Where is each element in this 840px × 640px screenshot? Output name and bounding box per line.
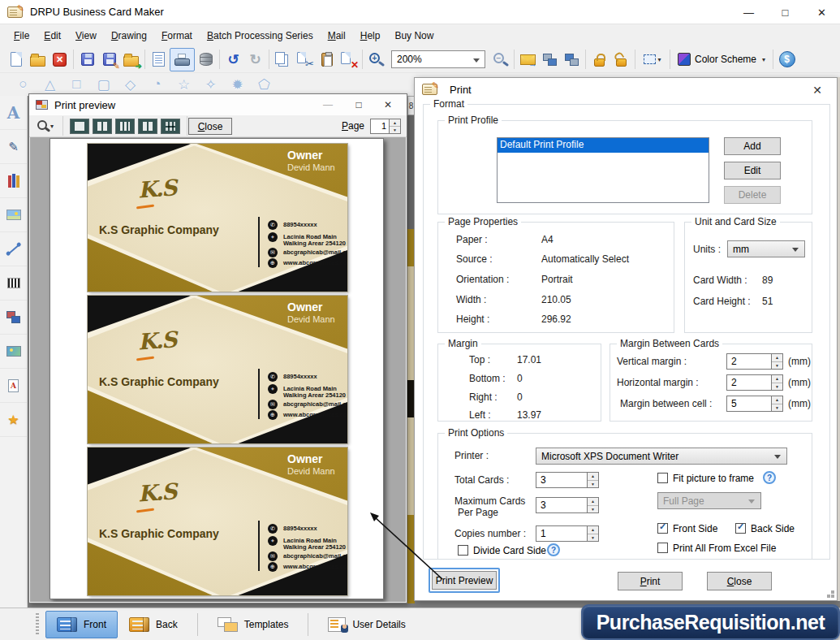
horizontal-margin-spinner[interactable]: 2▲▼ [726, 374, 783, 391]
printer-combo[interactable]: Microsoft XPS Document Writer [536, 448, 787, 465]
database-icon[interactable] [195, 49, 217, 71]
menu-view[interactable]: View [68, 27, 104, 45]
undo-icon[interactable]: ↺ [222, 49, 244, 71]
send-mail-icon[interactable] [517, 49, 539, 71]
margin-between-cell-spinner[interactable]: 5▲▼ [726, 396, 783, 412]
divide-card-side-checkbox[interactable]: Divide Card Side [458, 545, 546, 556]
menu-format[interactable]: Format [154, 27, 200, 45]
menu-batch-processing-series[interactable]: Batch Processing Series [200, 27, 321, 45]
export-file-icon[interactable]: ➔ [120, 49, 142, 71]
copies-number-spinner[interactable]: 1▲▼ [536, 525, 599, 542]
card-layers-icon[interactable] [0, 301, 27, 335]
cut-icon[interactable]: ✂ [294, 49, 316, 71]
barcode-tool-icon[interactable] [0, 266, 27, 301]
unlock-icon[interactable] [610, 49, 632, 71]
print-button[interactable]: Print [618, 572, 683, 590]
copy-icon[interactable] [272, 49, 294, 71]
menu-edit[interactable]: Edit [37, 27, 68, 45]
pie-shape-icon[interactable]: ◔ [144, 76, 170, 93]
front-side-checkbox[interactable]: Front Side [657, 523, 717, 534]
two-page-view-icon[interactable] [93, 119, 112, 134]
menu-buy-now[interactable]: Buy Now [387, 27, 441, 45]
square-shape-icon[interactable]: □ [63, 76, 90, 93]
delete-button[interactable]: Delete [724, 186, 781, 204]
preview-zoom-caret-icon[interactable]: ▾ [50, 123, 54, 130]
back-side-checkbox[interactable]: Back Side [735, 523, 795, 534]
page-number-spinner[interactable]: 1 ▲▼ [370, 119, 401, 134]
send-to-back-icon[interactable] [561, 49, 583, 71]
fit-picture-help-icon[interactable]: ? [763, 471, 776, 484]
diamond-shape-icon[interactable]: ◇ [117, 76, 144, 93]
close-button[interactable]: ✕ [803, 0, 840, 24]
preview-zoom-icon[interactable] [37, 120, 47, 130]
menu-help[interactable]: Help [353, 27, 388, 45]
print-all-from-excel-checkbox[interactable]: Print All From Excel File [657, 543, 776, 554]
save-as-icon[interactable]: ✎ [98, 49, 120, 71]
tab-user-details[interactable]: User Details [317, 611, 416, 638]
close-file-icon[interactable]: ✕ [49, 49, 71, 71]
edit-button[interactable]: Edit [724, 162, 781, 179]
print-icon[interactable] [170, 48, 195, 71]
minimize-button[interactable]: — [730, 0, 767, 24]
preview-close-toolbar-button[interactable]: Close [188, 118, 232, 135]
print-preview-button[interactable]: Print Preview [432, 571, 497, 590]
polygon-shape-icon[interactable]: ⬠ [251, 76, 278, 93]
zoom-out-icon[interactable]: − [489, 49, 511, 71]
paste-icon[interactable] [316, 49, 338, 71]
save-icon[interactable] [76, 49, 98, 71]
menu-drawing[interactable]: Drawing [104, 27, 154, 45]
rounded-square-shape-icon[interactable]: ▢ [90, 76, 117, 93]
tab-front[interactable]: Front [45, 611, 118, 638]
zoom-level-combo[interactable]: 200% [391, 50, 485, 68]
star-shape-icon[interactable]: ☆ [170, 76, 197, 93]
delete-icon[interactable]: ✕ [338, 49, 360, 71]
tab-back[interactable]: Back [118, 611, 189, 638]
print-profile-selected-item[interactable]: Default Print Profile [498, 138, 709, 153]
print-profile-listbox[interactable]: Default Print Profile [497, 137, 709, 203]
open-file-icon[interactable] [27, 49, 49, 71]
dialog-close-button[interactable]: Close [707, 572, 772, 590]
color-scheme-button[interactable]: Color Scheme▾ [673, 49, 770, 71]
text-tool-icon[interactable]: A [0, 96, 27, 130]
print-dialog-close-icon[interactable]: ✕ [808, 83, 827, 97]
preview-close-button[interactable]: ✕ [376, 97, 400, 113]
redo-icon[interactable]: ↻ [244, 49, 266, 71]
one-page-view-icon[interactable] [70, 119, 89, 134]
select-frame-icon[interactable]: ▾ [638, 49, 667, 71]
line-tool-icon[interactable] [0, 232, 27, 266]
text-note-icon[interactable] [148, 49, 170, 71]
background-image-icon[interactable] [0, 335, 27, 369]
lock-icon[interactable] [588, 49, 610, 71]
units-combo[interactable]: mm [727, 240, 805, 257]
divide-card-side-help-icon[interactable]: ? [547, 543, 560, 556]
star-clipart-icon[interactable]: ★ [0, 403, 27, 437]
insert-image-icon[interactable] [0, 198, 27, 232]
clipart-library-icon[interactable] [0, 164, 27, 198]
fit-picture-to-frame-checkbox[interactable]: Fit picture to frame [657, 473, 754, 484]
new-document-icon[interactable] [5, 49, 27, 71]
add-button[interactable]: Add [724, 137, 781, 155]
maximize-button[interactable]: □ [767, 0, 803, 24]
menu-file[interactable]: File [6, 27, 37, 45]
triangle-shape-icon[interactable]: △ [37, 76, 63, 93]
circle-shape-icon[interactable]: ○ [10, 76, 37, 93]
zoom-in-icon[interactable]: + [365, 49, 387, 71]
template-page-icon[interactable]: A [0, 369, 27, 403]
burst-shape-icon[interactable]: ✹ [224, 76, 251, 93]
buy-dollar-icon[interactable]: $ [776, 49, 798, 71]
four-page-view-icon[interactable] [138, 119, 157, 134]
tab-templates[interactable]: Templates [206, 611, 300, 638]
max-cards-per-page-spinner[interactable]: 3▲▼ [536, 497, 599, 513]
menu-mail[interactable]: Mail [321, 27, 353, 45]
page-number-value[interactable]: 1 [370, 119, 390, 134]
full-page-combo[interactable]: Full Page [657, 492, 761, 509]
six-page-view-icon[interactable] [161, 119, 180, 134]
preview-minimize-button[interactable]: — [316, 97, 340, 113]
four-point-star-shape-icon[interactable]: ✧ [197, 76, 224, 93]
pen-tool-icon[interactable]: ✎ [0, 130, 27, 164]
vertical-margin-spinner[interactable]: 2▲▼ [726, 353, 783, 370]
bring-to-front-icon[interactable] [539, 49, 561, 71]
three-page-view-icon[interactable] [115, 119, 135, 134]
preview-maximize-button[interactable]: □ [347, 97, 371, 113]
resize-grip[interactable] [831, 595, 834, 598]
